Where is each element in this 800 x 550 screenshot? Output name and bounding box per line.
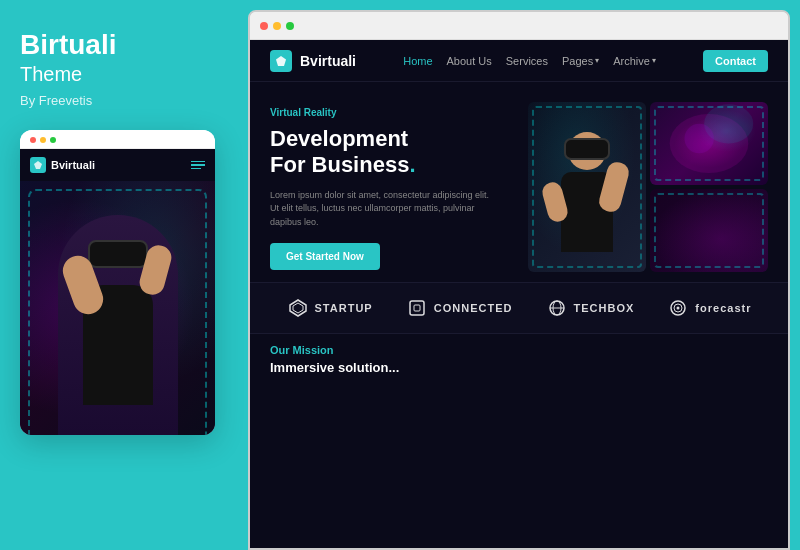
- site-brand-name: Bvirtuali: [300, 53, 356, 69]
- hero-image-1: [650, 102, 768, 185]
- techbox-label: TECHBOX: [574, 302, 635, 314]
- left-panel: Birtuali Theme By Freevetis Bvirtuali: [0, 0, 240, 550]
- hero-image-large: [528, 102, 646, 272]
- site-nav: Bvirtuali Home About Us Services Pages ▾…: [250, 40, 788, 82]
- small-glow: [650, 189, 768, 272]
- nav-link-home[interactable]: Home: [403, 55, 432, 67]
- large-vr-headset: [564, 138, 610, 160]
- hero-title-line2: For Business.: [270, 152, 416, 177]
- hero-left-content: Virtual Reality Development For Business…: [270, 102, 513, 272]
- svg-point-2: [684, 124, 714, 153]
- svg-marker-3: [290, 300, 306, 316]
- svg-rect-5: [410, 301, 424, 315]
- archive-chevron-icon: ▾: [652, 56, 656, 65]
- mobile-window-dots: [30, 137, 56, 143]
- svg-rect-6: [414, 305, 420, 311]
- get-started-button[interactable]: Get Started Now: [270, 243, 380, 270]
- mobile-dot-green: [50, 137, 56, 143]
- hero-image-2: [650, 189, 768, 272]
- mobile-dot-red: [30, 137, 36, 143]
- connected-logo-icon: [406, 297, 428, 319]
- browser-dot-red: [260, 22, 268, 30]
- large-person-hand-right: [597, 160, 631, 214]
- mobile-hamburger-icon[interactable]: [191, 161, 205, 170]
- hero-image-1-inner: [650, 102, 768, 185]
- vr-headset: [88, 240, 148, 268]
- brand-by: By Freevetis: [20, 93, 220, 108]
- site-logo-icon: [270, 50, 292, 72]
- mobile-hero-section: [20, 181, 215, 435]
- svg-marker-4: [293, 303, 303, 313]
- mission-section: Our Mission Immersive solution...: [250, 333, 788, 385]
- techbox-logo-icon: [546, 297, 568, 319]
- mobile-browser-chrome: [20, 130, 215, 149]
- person-silhouette: [58, 215, 178, 435]
- mission-subtitle: Immersive solution...: [270, 360, 768, 375]
- logo-techbox: TECHBOX: [546, 297, 635, 319]
- hero-section: Virtual Reality Development For Business…: [250, 82, 788, 282]
- nav-link-archive[interactable]: Archive ▾: [613, 55, 656, 67]
- nav-link-about[interactable]: About Us: [447, 55, 492, 67]
- site-nav-links: Home About Us Services Pages ▾ Archive ▾: [403, 55, 656, 67]
- mobile-brand: Bvirtuali: [30, 157, 95, 173]
- brand-subtitle: Theme: [20, 61, 220, 87]
- startup-logo-icon: [287, 297, 309, 319]
- mobile-logo-icon: [30, 157, 46, 173]
- hero-description: Lorem ipsum dolor sit amet, consectetur …: [270, 189, 490, 230]
- nav-link-services[interactable]: Services: [506, 55, 548, 67]
- forecastr-label: forecastr: [695, 302, 751, 314]
- mobile-brand-label: Bvirtuali: [51, 159, 95, 171]
- startup-label: STARTUP: [315, 302, 373, 314]
- right-panel-desktop-preview: Bvirtuali Home About Us Services Pages ▾…: [248, 10, 790, 550]
- nav-link-pages[interactable]: Pages ▾: [562, 55, 599, 67]
- large-person-figure: [547, 132, 627, 272]
- brand-title: Birtuali: [20, 30, 220, 61]
- website-content: Bvirtuali Home About Us Services Pages ▾…: [250, 40, 788, 548]
- pages-chevron-icon: ▾: [595, 56, 599, 65]
- hero-image-large-inner: [528, 102, 646, 272]
- site-brand: Bvirtuali: [270, 50, 356, 72]
- browser-chrome: [250, 12, 788, 40]
- logo-forecastr: forecastr: [667, 297, 751, 319]
- svg-point-12: [677, 307, 680, 310]
- hero-images-grid: [528, 102, 768, 272]
- mobile-hero-image: [20, 181, 215, 435]
- logo-connected: CONNECTED: [406, 297, 513, 319]
- mobile-preview-card: Bvirtuali: [20, 130, 215, 435]
- logos-bar: STARTUP CONNECTED: [250, 282, 788, 333]
- mobile-site-nav: Bvirtuali: [20, 149, 215, 181]
- brand-section: Birtuali Theme By Freevetis: [20, 30, 220, 108]
- browser-dot-green: [286, 22, 294, 30]
- contact-button[interactable]: Contact: [703, 50, 768, 72]
- hero-neon-graphic: [650, 102, 768, 185]
- connected-label: CONNECTED: [434, 302, 513, 314]
- hero-tag: Virtual Reality: [270, 107, 513, 118]
- forecastr-logo-icon: [667, 297, 689, 319]
- mission-title: Our Mission: [270, 344, 768, 356]
- hero-title: Development For Business.: [270, 126, 513, 179]
- mobile-dot-yellow: [40, 137, 46, 143]
- browser-dot-yellow: [273, 22, 281, 30]
- logo-startup: STARTUP: [287, 297, 373, 319]
- hero-image-2-inner: [650, 189, 768, 272]
- hero-title-line1: Development: [270, 126, 408, 151]
